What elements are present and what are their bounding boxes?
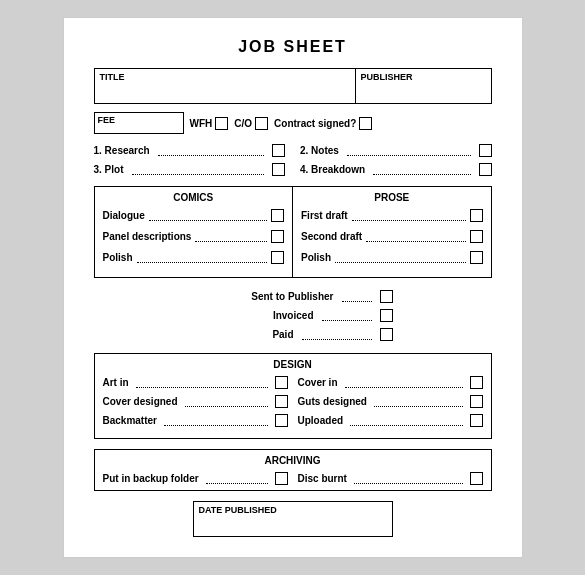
fee-row: FEE WFH C/O Contract signed? <box>94 112 492 134</box>
invoiced-dots <box>322 311 372 321</box>
items-row-1: 1. Research 2. Notes <box>94 144 492 157</box>
archiving-header: ARCHIVING <box>103 455 483 466</box>
title-publisher-row: TITLE PUBLISHER <box>94 68 492 104</box>
prose-header: PROSE <box>301 192 483 203</box>
co-item: C/O <box>234 117 268 130</box>
item1-label: 1. Research <box>94 145 150 156</box>
first-draft-checkbox[interactable] <box>470 209 483 222</box>
first-draft-dots <box>352 211 466 221</box>
date-published-label: DATE PUBLISHED <box>199 505 387 515</box>
wfh-checkbox[interactable] <box>215 117 228 130</box>
cover-designed-item: Cover designed <box>103 395 288 408</box>
backup-label: Put in backup folder <box>103 473 199 484</box>
item3-label: 3. Plot <box>94 164 124 175</box>
cover-designed-dots <box>185 397 268 407</box>
uploaded-checkbox[interactable] <box>470 414 483 427</box>
invoiced-checkbox[interactable] <box>380 309 393 322</box>
backup-checkbox[interactable] <box>275 472 288 485</box>
paid-checkbox[interactable] <box>380 328 393 341</box>
disc-burnt-dots <box>354 474 463 484</box>
polish-prose-checkbox[interactable] <box>470 251 483 264</box>
page-title: JOB SHEET <box>94 38 492 56</box>
guts-designed-checkbox[interactable] <box>470 395 483 408</box>
archiving-row: Put in backup folder Disc burnt <box>103 472 483 485</box>
item3-checkbox[interactable] <box>272 163 285 176</box>
polish-comics-checkbox[interactable] <box>271 251 284 264</box>
cover-in-item: Cover in <box>288 376 483 389</box>
polish-comics-dots <box>137 253 267 263</box>
sent-publisher-dots <box>342 292 372 302</box>
sent-publisher-item: Sent to Publisher <box>193 290 393 303</box>
backmatter-checkbox[interactable] <box>275 414 288 427</box>
comics-header: COMICS <box>103 192 285 203</box>
design-section: DESIGN Art in Cover in Cover designed Gu… <box>94 353 492 439</box>
fee-box[interactable]: FEE <box>94 112 184 134</box>
guts-designed-item: Guts designed <box>288 395 483 408</box>
cover-in-dots <box>345 378 463 388</box>
panel-desc-item: Panel descriptions <box>103 230 285 243</box>
publisher-label: PUBLISHER <box>361 72 486 82</box>
design-header: DESIGN <box>103 359 483 370</box>
second-draft-item: Second draft <box>301 230 483 243</box>
second-draft-checkbox[interactable] <box>470 230 483 243</box>
panel-desc-checkbox[interactable] <box>271 230 284 243</box>
contract-label: Contract signed? <box>274 118 356 129</box>
wfh-item: WFH <box>190 117 229 130</box>
title-box[interactable]: TITLE <box>94 68 356 104</box>
polish-prose-label: Polish <box>301 252 331 263</box>
item2-dots <box>347 146 471 156</box>
item4-dots <box>373 165 470 175</box>
art-in-label: Art in <box>103 377 129 388</box>
dialogue-checkbox[interactable] <box>271 209 284 222</box>
backmatter-item: Backmatter <box>103 414 288 427</box>
backup-item: Put in backup folder <box>103 472 288 485</box>
contract-checkbox[interactable] <box>359 117 372 130</box>
item4-label: 4. Breakdown <box>300 164 365 175</box>
date-published-box[interactable]: DATE PUBLISHED <box>193 501 393 537</box>
invoiced-item: Invoiced <box>193 309 393 322</box>
disc-burnt-checkbox[interactable] <box>470 472 483 485</box>
panel-desc-dots <box>195 232 267 242</box>
design-row-1: Art in Cover in <box>103 376 483 389</box>
sent-publisher-checkbox[interactable] <box>380 290 393 303</box>
item3-col: 3. Plot <box>94 163 286 176</box>
publisher-box[interactable]: PUBLISHER <box>356 68 492 104</box>
item4-checkbox[interactable] <box>479 163 492 176</box>
panel-desc-label: Panel descriptions <box>103 231 192 242</box>
dialogue-item: Dialogue <box>103 209 285 222</box>
wfh-label: WFH <box>190 118 213 129</box>
item2-col: 2. Notes <box>285 144 492 157</box>
paid-dots <box>302 330 372 340</box>
art-in-item: Art in <box>103 376 288 389</box>
item4-col: 4. Breakdown <box>285 163 492 176</box>
co-label: C/O <box>234 118 252 129</box>
item1-checkbox[interactable] <box>272 144 285 157</box>
disc-burnt-label: Disc burnt <box>298 473 347 484</box>
title-label: TITLE <box>100 72 350 82</box>
art-in-dots <box>136 378 268 388</box>
prose-col: PROSE First draft Second draft Polish <box>293 187 491 277</box>
cover-designed-checkbox[interactable] <box>275 395 288 408</box>
comics-prose-section: COMICS Dialogue Panel descriptions Polis… <box>94 186 492 278</box>
item2-checkbox[interactable] <box>479 144 492 157</box>
items-row-2: 3. Plot 4. Breakdown <box>94 163 492 176</box>
paid-label: Paid <box>272 329 293 340</box>
first-draft-label: First draft <box>301 210 348 221</box>
item1-col: 1. Research <box>94 144 286 157</box>
second-draft-label: Second draft <box>301 231 362 242</box>
guts-designed-dots <box>374 397 463 407</box>
uploaded-dots <box>350 416 462 426</box>
job-sheet-page: JOB SHEET TITLE PUBLISHER FEE WFH C/O Co… <box>63 17 523 558</box>
polish-comics-label: Polish <box>103 252 133 263</box>
item3-dots <box>132 165 264 175</box>
cover-in-checkbox[interactable] <box>470 376 483 389</box>
polish-prose-item: Polish <box>301 251 483 264</box>
first-draft-item: First draft <box>301 209 483 222</box>
second-draft-dots <box>366 232 465 242</box>
dialogue-label: Dialogue <box>103 210 145 221</box>
contract-item: Contract signed? <box>274 117 372 130</box>
co-checkbox[interactable] <box>255 117 268 130</box>
invoiced-label: Invoiced <box>273 310 314 321</box>
item2-label: 2. Notes <box>300 145 339 156</box>
art-in-checkbox[interactable] <box>275 376 288 389</box>
